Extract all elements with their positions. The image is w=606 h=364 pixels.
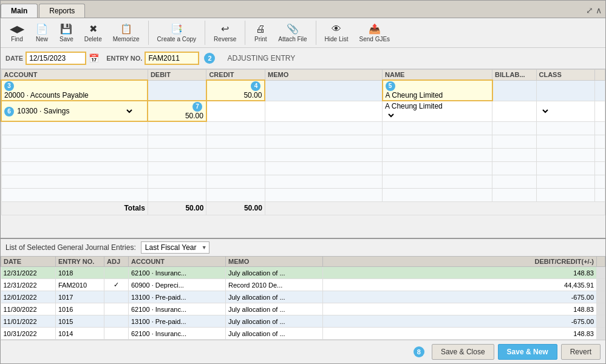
entry-row-1[interactable]: 12/31/2022 FAM2010 ✓ 60900 · Depreci... … — [1, 279, 605, 291]
entry-row-4[interactable]: 11/01/2022 1015 13100 · Pre-paid... July… — [1, 315, 605, 328]
entry-no-input[interactable] — [145, 52, 199, 65]
attach-icon: 📎 — [287, 23, 299, 35]
entry-account-0: 62100 · Insuranc... — [129, 267, 226, 279]
journal-table: ACCOUNT DEBIT CREDIT MEMO NAME BILLAB...… — [1, 69, 605, 215]
tab-reports[interactable]: Reports — [39, 4, 85, 18]
entries-scroll-header — [597, 257, 605, 267]
entry-amount-4: -675.00 — [323, 315, 597, 328]
hide-list-button[interactable]: 👁 Hide List — [321, 21, 353, 45]
entry-row-2[interactable]: 12/01/2022 1017 13100 · Pre-paid... July… — [1, 291, 605, 303]
name-dropdown-2[interactable] — [385, 110, 396, 120]
entry-date-1: 12/31/2022 — [1, 279, 56, 291]
name-input-2[interactable] — [385, 102, 478, 110]
tab-main[interactable]: Main — [1, 4, 38, 18]
filter-select[interactable]: This Fiscal Year Last Fiscal Year This M… — [141, 241, 209, 254]
delete-button[interactable]: ✖ Delete — [80, 21, 106, 45]
entry-adj-3 — [104, 303, 129, 315]
save-new-button[interactable]: Save & New — [498, 344, 557, 360]
entry-date-2: 12/01/2022 — [1, 291, 56, 303]
entry-no-field: ENTRY NO. 2 — [106, 52, 215, 65]
memo-cell-1[interactable] — [265, 80, 382, 101]
entry-no-4: 1015 — [56, 315, 104, 328]
debit-input-2[interactable] — [163, 112, 203, 120]
journal-row-empty-3 — [1, 148, 605, 161]
entries-col-entry: ENTRY NO. — [56, 257, 104, 267]
credit-cell-2[interactable] — [206, 101, 265, 121]
entry-row-5[interactable]: 10/31/2022 1014 62100 · Insuranc... July… — [1, 328, 605, 340]
send-gjes-button[interactable]: 📤 Send GJEs — [355, 21, 395, 45]
journal-row-empty-6 — [1, 188, 605, 201]
name-cell-2[interactable] — [383, 101, 492, 121]
name-cell-1[interactable]: 5 — [383, 80, 492, 101]
send-gjes-icon: 📤 — [369, 23, 381, 35]
hide-list-icon: 👁 — [332, 24, 341, 35]
account-cell-2[interactable]: 6 — [1, 101, 148, 121]
calendar-icon[interactable]: 📅 — [89, 53, 99, 63]
entry-adj-4 — [104, 315, 129, 328]
date-field: DATE 📅 — [5, 52, 99, 65]
memo-input-1[interactable] — [268, 86, 379, 95]
entry-amount-2: -675.00 — [323, 291, 597, 303]
attach-file-button[interactable]: 📎 Attach File — [274, 21, 311, 45]
entries-col-amount: DEBIT/CREDIT(+/-) — [323, 257, 597, 267]
entry-memo-0: July allocation of ... — [226, 267, 323, 279]
print-button[interactable]: 🖨 Print — [250, 21, 271, 45]
memorize-button[interactable]: 📋 Memorize — [109, 21, 144, 45]
journal-row-empty-4 — [1, 161, 605, 175]
credit-cell-1[interactable]: 4 — [206, 80, 265, 101]
account-input-2[interactable] — [17, 107, 121, 115]
entries-table: DATE ENTRY NO. ADJ ACCOUNT MEMO DEBIT/CR… — [1, 256, 605, 340]
memo-cell-2[interactable] — [265, 101, 382, 121]
date-label: DATE — [5, 55, 23, 62]
name-input-1[interactable] — [386, 91, 477, 99]
entry-adj-2 — [104, 291, 129, 303]
col-billable: BILLAB... — [492, 70, 536, 81]
account-dropdown-2[interactable] — [123, 106, 134, 116]
class-cell-1[interactable] — [536, 80, 595, 101]
revert-button[interactable]: Revert — [561, 344, 601, 360]
entry-row-0[interactable]: 12/31/2022 1018 62100 · Insuranc... July… — [1, 267, 605, 279]
entry-amount-3: 148.83 — [323, 303, 597, 315]
entry-row-3[interactable]: 11/30/2022 1016 62100 · Insuranc... July… — [1, 303, 605, 315]
account-input-1[interactable] — [4, 91, 132, 99]
totals-credit: 50.00 — [206, 201, 265, 215]
journal-row-empty-5 — [1, 175, 605, 188]
separator-4 — [316, 21, 316, 45]
journal-table-wrapper: ACCOUNT DEBIT CREDIT MEMO NAME BILLAB...… — [1, 69, 605, 238]
save-close-button[interactable]: Save & Close — [432, 344, 494, 360]
entry-date-5: 10/31/2022 — [1, 328, 56, 340]
print-icon: 🖨 — [256, 24, 265, 35]
step2-badge: 2 — [204, 53, 215, 64]
class-dropdown-2[interactable] — [539, 106, 550, 116]
debit-input-1[interactable] — [151, 86, 203, 95]
window-controls[interactable]: ⤢ ∧ — [582, 3, 605, 18]
separator-2 — [205, 21, 205, 45]
entry-memo-3: July allocation of ... — [226, 303, 323, 315]
find-button[interactable]: ◀▶ Find — [5, 21, 29, 45]
new-button[interactable]: 📄 New — [31, 21, 53, 45]
entry-date-0: 12/31/2022 — [1, 267, 56, 279]
entry-scroll-1 — [597, 279, 605, 291]
account-cell-1[interactable]: 3 — [1, 80, 148, 101]
debit-cell-2[interactable]: 7 — [148, 101, 206, 121]
memo-input-2[interactable] — [268, 107, 380, 115]
separator-1 — [148, 21, 149, 45]
delete-icon: ✖ — [89, 23, 97, 35]
entry-account-1: 60900 · Depreci... — [129, 279, 226, 291]
debit-cell-1[interactable] — [148, 80, 206, 101]
date-input[interactable] — [26, 52, 86, 65]
save-icon: 💾 — [60, 23, 72, 35]
save-button[interactable]: 💾 Save — [55, 21, 78, 45]
billable-cell-1[interactable] — [492, 80, 536, 101]
credit-input-1[interactable] — [222, 91, 262, 99]
entries-col-memo: MEMO — [226, 257, 323, 267]
filter-select-wrapper[interactable]: This Fiscal Year Last Fiscal Year This M… — [141, 241, 209, 254]
billable-cell-2[interactable] — [492, 101, 536, 121]
find-icon: ◀▶ — [10, 23, 24, 35]
new-icon: 📄 — [36, 23, 48, 35]
create-copy-button[interactable]: 📑 Create a Copy — [153, 21, 200, 45]
credit-input-2[interactable] — [209, 107, 262, 115]
reverse-button[interactable]: ↩ Reverse — [209, 21, 240, 45]
class-cell-2[interactable] — [536, 101, 595, 121]
list-header: List of Selected General Journal Entries… — [1, 239, 605, 256]
